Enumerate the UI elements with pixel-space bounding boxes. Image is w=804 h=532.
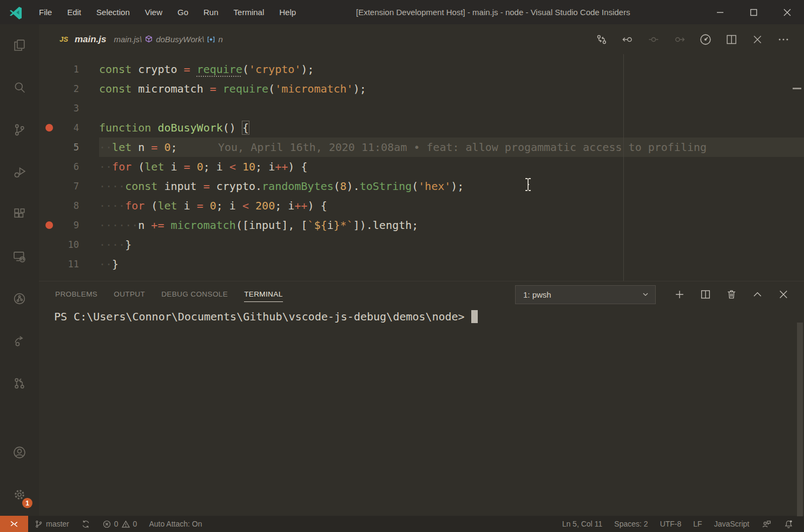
pull-request-icon bbox=[12, 376, 27, 391]
more-actions-icon[interactable] bbox=[770, 29, 796, 50]
close-editor-icon[interactable] bbox=[744, 29, 770, 50]
indentation-status[interactable]: Spaces: 2 bbox=[608, 516, 654, 532]
error-icon bbox=[102, 520, 111, 529]
activitybar-live-share[interactable] bbox=[0, 320, 39, 362]
editor-gutter[interactable]: 4 bbox=[39, 118, 99, 137]
menu-view[interactable]: View bbox=[137, 0, 170, 24]
remote-indicator[interactable] bbox=[0, 516, 28, 532]
branch-status[interactable]: master bbox=[28, 516, 75, 532]
cursor-position-status[interactable]: Ln 5, Col 11 bbox=[556, 516, 608, 532]
encoding-status[interactable]: UTF-8 bbox=[654, 516, 688, 532]
editor-gutter[interactable]: 9 bbox=[39, 215, 99, 235]
maximize-panel-icon[interactable] bbox=[744, 284, 770, 305]
code-line-5[interactable]: 5··let n = 0;You, April 16th, 2020 11:08… bbox=[39, 137, 804, 157]
terminal-select-value: 1: pwsh bbox=[523, 290, 641, 299]
activity-bar: 1 bbox=[0, 24, 39, 516]
code-line-content: const micromatch = require('micromatch')… bbox=[99, 79, 804, 98]
menu-edit[interactable]: Edit bbox=[60, 0, 89, 24]
language-mode-status[interactable]: JavaScript bbox=[708, 516, 755, 532]
close-panel-icon[interactable] bbox=[770, 284, 796, 305]
terminal-instance-select[interactable]: 1: pwsh bbox=[515, 285, 656, 304]
menu-go[interactable]: Go bbox=[170, 0, 196, 24]
menu-file[interactable]: File bbox=[31, 0, 60, 24]
activitybar-search[interactable] bbox=[0, 67, 39, 109]
line-number: 5 bbox=[74, 137, 79, 157]
tab-debug-console[interactable]: DEBUG CONSOLE bbox=[161, 287, 228, 302]
step-back-icon[interactable] bbox=[615, 29, 641, 50]
editor-gutter[interactable]: 6 bbox=[39, 157, 99, 176]
vscode-insiders-logo-icon bbox=[8, 4, 24, 21]
activitybar-accounts[interactable] bbox=[0, 431, 39, 474]
minimize-button[interactable] bbox=[703, 0, 737, 24]
maximize-button[interactable] bbox=[737, 0, 770, 24]
menu-terminal[interactable]: Terminal bbox=[226, 0, 272, 24]
menu-run[interactable]: Run bbox=[196, 0, 226, 24]
activitybar-settings[interactable]: 1 bbox=[0, 474, 39, 516]
auto-attach-status[interactable]: Auto Attach: On bbox=[143, 516, 208, 532]
profile-run-icon[interactable] bbox=[693, 29, 719, 50]
open-changes-icon[interactable] bbox=[589, 29, 615, 50]
editor-gutter[interactable]: 1 bbox=[39, 60, 99, 79]
tab-problems[interactable]: PROBLEMS bbox=[55, 287, 97, 302]
auto-attach-label: Auto Attach: On bbox=[149, 520, 202, 528]
menu-selection[interactable]: Selection bbox=[89, 0, 137, 24]
close-window-button[interactable] bbox=[770, 0, 804, 24]
code-line-8[interactable]: 8····for (let i = 0; i < 200; i++) { bbox=[39, 196, 804, 215]
kill-terminal-icon[interactable] bbox=[719, 284, 744, 305]
terminal[interactable]: PS C:\Users\Connor\Documents\Github\vsco… bbox=[39, 307, 804, 516]
line-number: 11 bbox=[68, 254, 79, 274]
breadcrumb-variable[interactable]: n bbox=[218, 35, 222, 44]
editor-gutter[interactable]: 10 bbox=[39, 235, 99, 254]
breadcrumb-file[interactable]: main.js\ bbox=[114, 35, 142, 44]
eol-status[interactable]: LF bbox=[687, 516, 708, 532]
breakpoint-dot[interactable] bbox=[45, 221, 53, 229]
tab-output[interactable]: OUTPUT bbox=[114, 287, 145, 302]
problems-status[interactable]: 0 0 bbox=[96, 516, 143, 532]
breakpoint-dot[interactable] bbox=[45, 124, 53, 132]
sync-status[interactable] bbox=[75, 516, 96, 532]
breadcrumb-symbol[interactable]: doBusyWork\ bbox=[156, 35, 204, 44]
activitybar-explorer[interactable] bbox=[0, 24, 39, 67]
activitybar-pull-requests[interactable] bbox=[0, 362, 39, 404]
code-line-10[interactable]: 10····} bbox=[39, 235, 804, 254]
notifications-status[interactable] bbox=[777, 516, 800, 532]
feedback-status[interactable] bbox=[755, 516, 777, 532]
code-editor[interactable]: 1const crypto = require('crypto');2const… bbox=[39, 54, 804, 281]
activitybar-remote-explorer[interactable] bbox=[0, 235, 39, 278]
menu-help[interactable]: Help bbox=[272, 0, 304, 24]
code-line-1[interactable]: 1const crypto = require('crypto'); bbox=[39, 60, 804, 79]
code-line-content: ··} bbox=[99, 254, 804, 274]
activitybar-profile-visualizer[interactable] bbox=[0, 278, 39, 320]
editor-gutter[interactable]: 3 bbox=[39, 98, 99, 118]
code-line-3[interactable]: 3 bbox=[39, 98, 804, 118]
activitybar-run-debug[interactable] bbox=[0, 151, 39, 193]
account-icon bbox=[12, 445, 27, 460]
code-line-11[interactable]: 11··} bbox=[39, 254, 804, 274]
tab-terminal[interactable]: TERMINAL bbox=[244, 287, 282, 302]
code-line-9[interactable]: 9······n += micromatch([input], [`${i}*`… bbox=[39, 215, 804, 235]
editor-gutter[interactable]: 7 bbox=[39, 176, 99, 196]
new-terminal-icon[interactable] bbox=[667, 284, 693, 305]
editor-gutter[interactable]: 5 bbox=[39, 137, 99, 157]
code-line-7[interactable]: 7····const input = crypto.randomBytes(8)… bbox=[39, 176, 804, 196]
editor-gutter[interactable]: 11 bbox=[39, 254, 99, 274]
remote-icon bbox=[9, 518, 19, 529]
terminal-scrollbar[interactable] bbox=[797, 323, 803, 516]
code-line-content bbox=[99, 98, 804, 118]
remote-explorer-icon bbox=[12, 249, 27, 264]
step-forward-icon[interactable] bbox=[667, 29, 693, 50]
code-line-2[interactable]: 2const micromatch = require('micromatch'… bbox=[39, 79, 804, 98]
split-editor-icon[interactable] bbox=[719, 29, 744, 50]
activitybar-source-control[interactable] bbox=[0, 109, 39, 151]
editor-gutter[interactable]: 8 bbox=[39, 196, 99, 215]
branch-name: master bbox=[46, 520, 69, 528]
code-line-4[interactable]: 4function doBusyWork() { bbox=[39, 118, 804, 137]
warning-icon bbox=[121, 520, 130, 529]
code-line-6[interactable]: 6··for (let i = 0; i < 10; i++) { bbox=[39, 157, 804, 176]
editor-gutter[interactable]: 2 bbox=[39, 79, 99, 98]
editor-tab-label[interactable]: main.js bbox=[75, 34, 107, 45]
activitybar-extensions[interactable] bbox=[0, 193, 39, 235]
split-terminal-icon[interactable] bbox=[693, 284, 719, 305]
step-over-icon[interactable] bbox=[641, 29, 667, 50]
line-number: 3 bbox=[74, 98, 79, 118]
